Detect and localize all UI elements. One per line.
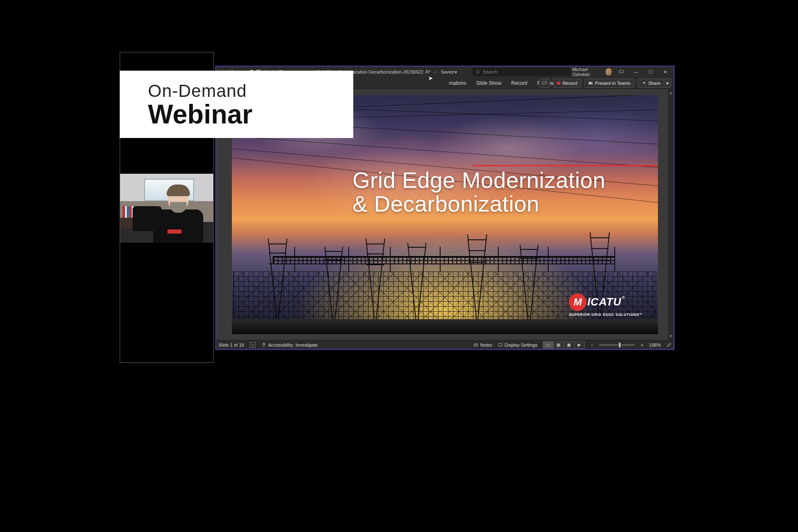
comments-button[interactable] [539, 79, 550, 88]
comments-icon [542, 81, 547, 86]
user-name[interactable]: Michael Oshetski [572, 67, 601, 77]
svg-point-9 [264, 342, 265, 344]
window-minimize-button[interactable]: — [631, 68, 641, 76]
accessibility-icon [261, 342, 266, 347]
accent-bar [473, 165, 658, 166]
ribbon-display-icon[interactable] [616, 68, 626, 76]
search-icon [475, 69, 480, 74]
share-icon [641, 81, 646, 86]
tab-slide-show[interactable]: Slide Show [476, 80, 501, 86]
svg-point-3 [476, 70, 479, 73]
accessibility-status[interactable]: Accessibility: Investigate [261, 342, 318, 347]
teams-icon [588, 81, 593, 86]
tab-record[interactable]: Record [511, 80, 527, 86]
user-avatar[interactable] [606, 68, 612, 76]
zoom-slider[interactable] [599, 344, 635, 346]
share-dropdown[interactable]: ▾ [664, 79, 671, 88]
view-slideshow-button[interactable]: ▶ [574, 341, 585, 349]
presenter-webcam [120, 174, 213, 243]
vertical-scrollbar[interactable]: ▲ ▼ [668, 89, 674, 340]
svg-point-7 [591, 82, 592, 83]
zoom-percent[interactable]: 106% [649, 342, 661, 347]
zoom-out-button[interactable]: − [591, 342, 593, 347]
slide-title: Grid Edge Modernization & Decarbonizatio… [352, 168, 606, 216]
record-button[interactable]: Record [553, 79, 581, 88]
scroll-down-icon[interactable]: ▼ [669, 334, 673, 338]
brand-logo: M ICATU® SUPERIOR GRID EDGE SOLUTIONS™ [569, 293, 643, 317]
record-dot-icon [557, 81, 560, 85]
language-icon[interactable]: ☼ [250, 342, 256, 348]
svg-rect-5 [619, 70, 623, 73]
save-status[interactable]: Saved ▾ [441, 69, 457, 75]
window-close-button[interactable]: ✕ [660, 68, 670, 76]
search-input[interactable]: Search [472, 68, 571, 76]
view-reading-button[interactable]: ▣ [564, 341, 574, 349]
view-sorter-button[interactable]: ▦ [553, 341, 564, 349]
notes-icon [473, 342, 478, 347]
view-normal-button[interactable]: ▭ [543, 341, 554, 349]
slide-counter: Slide 1 of 18 [219, 342, 244, 347]
svg-rect-6 [589, 82, 591, 84]
notes-button[interactable]: Notes [473, 342, 492, 347]
zoom-in-button[interactable]: + [640, 342, 643, 347]
present-in-teams-button[interactable]: Present in Teams [584, 79, 634, 88]
substation-silhouette [232, 234, 658, 334]
on-demand-webinar-badge: On-Demand Webinar [120, 71, 353, 138]
shirt-logo-icon [167, 229, 182, 234]
fit-to-window-button[interactable]: ⤢ [667, 342, 671, 348]
svg-rect-10 [474, 344, 478, 346]
logo-mark-icon: M [569, 293, 586, 311]
display-settings-button[interactable]: Display Settings [498, 342, 537, 347]
tab-animations[interactable]: mations [449, 80, 466, 86]
window-maximize-button[interactable]: ☐ [645, 68, 656, 76]
sensitivity-icon[interactable]: Aᵃ [425, 69, 431, 75]
share-button[interactable]: Share [638, 79, 664, 88]
svg-rect-13 [499, 343, 502, 346]
view-mode-buttons: ▭ ▦ ▣ ▶ [543, 341, 585, 349]
svg-line-4 [478, 73, 480, 74]
display-settings-icon [498, 342, 503, 347]
status-bar: Slide 1 of 18 ☼ Accessibility: Investiga… [216, 340, 674, 349]
scroll-up-icon[interactable]: ▲ [669, 91, 673, 95]
chevron-down-icon: ▾ [455, 69, 457, 75]
svg-rect-8 [591, 83, 592, 84]
search-placeholder: Search [483, 69, 498, 74]
